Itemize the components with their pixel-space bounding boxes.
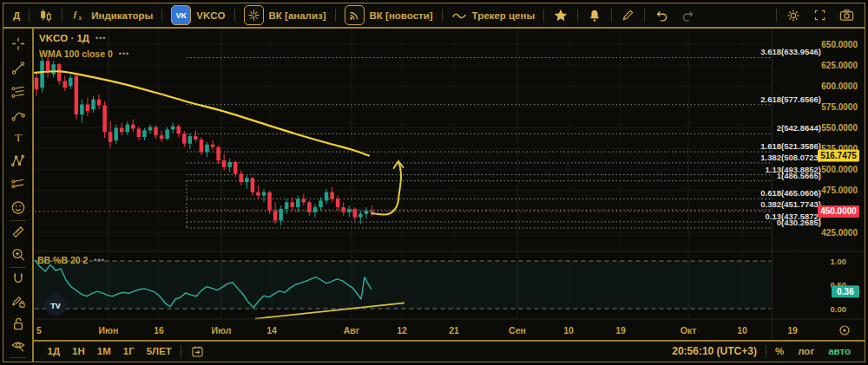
svg-text:21: 21: [449, 325, 459, 336]
svg-text:516.7475: 516.7475: [820, 151, 857, 160]
settings-button[interactable]: [783, 7, 804, 24]
bb-panel: [35, 261, 772, 309]
crosshair-tool[interactable]: [10, 36, 26, 52]
draw-button[interactable]: [618, 7, 638, 23]
pattern-tool[interactable]: [10, 153, 26, 169]
wave-icon: [451, 10, 467, 21]
emoji-tool[interactable]: [10, 199, 26, 216]
wma-menu-dots[interactable]: •••: [119, 49, 129, 58]
goto-date-button[interactable]: [185, 343, 210, 360]
wma-legend-label: WMA 100 close 0: [39, 49, 113, 59]
svg-text:Июл: Июл: [212, 325, 232, 336]
svg-text:12: 12: [397, 325, 407, 336]
timeframe-buttons: 1Д1Н1М1Г5ЛЕТ: [43, 345, 177, 357]
favorite-button[interactable]: [550, 7, 571, 24]
bottombar-divider: [34, 340, 865, 342]
bb-value-badge: 0.36: [832, 285, 859, 297]
timeframe-button-5ЛЕТ[interactable]: 5ЛЕТ: [141, 345, 177, 357]
svg-text:14: 14: [266, 325, 277, 336]
sidebar-separator: [10, 220, 26, 221]
log-scale-button[interactable]: лог: [792, 345, 819, 357]
indicator-legend[interactable]: BB %B 20 2 •••: [37, 255, 105, 265]
wma-price-badge: 516.7475: [818, 150, 859, 162]
svg-text:1.618(521.3586): 1.618(521.3586): [760, 141, 821, 151]
timeframe-button-1М[interactable]: 1М: [92, 345, 116, 357]
indicator-menu-dots[interactable]: •••: [94, 256, 104, 264]
bb-scale[interactable]: 1.000.500.00: [831, 257, 847, 314]
app-window: Д ƒ x Индикаторы VK VKCO: [0, 0, 868, 365]
pencil-icon: [621, 8, 635, 23]
svg-text:0.00: 0.00: [831, 304, 847, 314]
svg-text:19: 19: [615, 325, 626, 336]
auto-scale-button[interactable]: авто: [823, 345, 856, 357]
chart-canvas[interactable]: TV650.0000625.0000600.0000575.0000550.00…: [34, 28, 865, 341]
top-toolbar: Д ƒ x Индикаторы VK VKCO: [3, 3, 865, 27]
zoom-in-tool[interactable]: [10, 246, 26, 263]
news-button[interactable]: ВК [новости]: [342, 4, 436, 26]
toolbar-separator: [442, 9, 443, 22]
svg-text:500.0000: 500.0000: [821, 165, 858, 174]
trendline-tool[interactable]: [10, 60, 26, 76]
timeframe-button-1Г[interactable]: 1Г: [118, 345, 140, 357]
drawing-toolbar: T ‹: [3, 29, 32, 362]
text-tool[interactable]: T: [10, 129, 26, 146]
analysis-button[interactable]: ВК [анализ]: [241, 4, 329, 26]
svg-text:3.618(633.9546): 3.618(633.9546): [760, 47, 821, 56]
svg-text:1.382(508.0723): 1.382(508.0723): [760, 153, 821, 162]
svg-text:Июн: Июн: [99, 325, 119, 336]
rss-icon: [345, 5, 365, 25]
svg-text:1(486.5665): 1(486.5665): [777, 171, 821, 180]
redo-icon: [681, 9, 696, 23]
time-axis[interactable]: 5Июн16Июл14Авг1221Сен1019Окт1019: [36, 325, 798, 336]
svg-text:ƒ: ƒ: [73, 10, 77, 19]
trash-tool[interactable]: [10, 361, 26, 362]
indicators-label: Индикаторы: [91, 10, 153, 21]
hide-drawings-tool[interactable]: [10, 337, 26, 354]
sidebar-divider: [32, 28, 34, 362]
forecast-tool[interactable]: [10, 175, 26, 192]
fullscreen-button[interactable]: [810, 7, 830, 23]
svg-text:5: 5: [36, 325, 42, 336]
alert-button[interactable]: [584, 7, 605, 24]
candles-icon: [38, 8, 53, 23]
legend-menu-dots[interactable]: •••: [95, 34, 106, 42]
svg-text:T: T: [14, 130, 21, 143]
calendar-icon: [190, 344, 205, 359]
screenshot-button[interactable]: [836, 7, 858, 23]
indicators-button[interactable]: ƒ x Индикаторы: [69, 8, 155, 23]
draw-lock-tool[interactable]: [10, 293, 26, 310]
wma-legend[interactable]: WMA 100 close 0 •••: [39, 49, 129, 59]
symbol-button[interactable]: VK VKCO: [168, 4, 227, 26]
svg-text:10: 10: [737, 325, 747, 336]
svg-text:600.0000: 600.0000: [821, 81, 858, 91]
undo-button[interactable]: [651, 8, 672, 23]
legend-title: VKCO · 1Д: [39, 33, 89, 43]
fib-retracement[interactable]: [187, 57, 771, 227]
clock-label[interactable]: 20:56:10 (UTC+3): [672, 345, 762, 357]
svg-text:0.618(465.0606): 0.618(465.0606): [760, 188, 821, 198]
indicator-legend-label: BB %B 20 2: [37, 255, 88, 265]
timeframe-button-1Н[interactable]: 1Н: [67, 345, 90, 357]
bell-icon: [587, 8, 602, 23]
fx-icon: ƒ x: [71, 9, 86, 22]
lock-all-tool[interactable]: [10, 316, 26, 332]
camera-icon: [838, 8, 855, 23]
curve-tool[interactable]: [10, 107, 26, 123]
percent-scale-button[interactable]: %: [770, 345, 789, 357]
magnet-tool[interactable]: [10, 270, 26, 287]
toolbar-separator: [644, 9, 645, 22]
svg-text:16: 16: [154, 325, 164, 336]
fib-retracement-tool[interactable]: [10, 83, 26, 100]
symbol-legend[interactable]: VKCO · 1Д •••: [39, 33, 107, 43]
letter-d-button[interactable]: Д: [10, 10, 23, 22]
timezone-icon[interactable]: [840, 326, 849, 335]
timeframe-button-1Д[interactable]: 1Д: [43, 345, 66, 357]
redo-button[interactable]: [678, 8, 699, 23]
price-tracker-button[interactable]: Трекер цены: [449, 10, 538, 22]
svg-text:x: x: [78, 14, 82, 22]
svg-text:425.0000: 425.0000: [821, 228, 858, 238]
vk-logo: VK: [171, 5, 191, 25]
chart-style-button[interactable]: [36, 7, 56, 23]
star-icon: [553, 8, 569, 23]
ruler-tool[interactable]: [10, 224, 26, 240]
